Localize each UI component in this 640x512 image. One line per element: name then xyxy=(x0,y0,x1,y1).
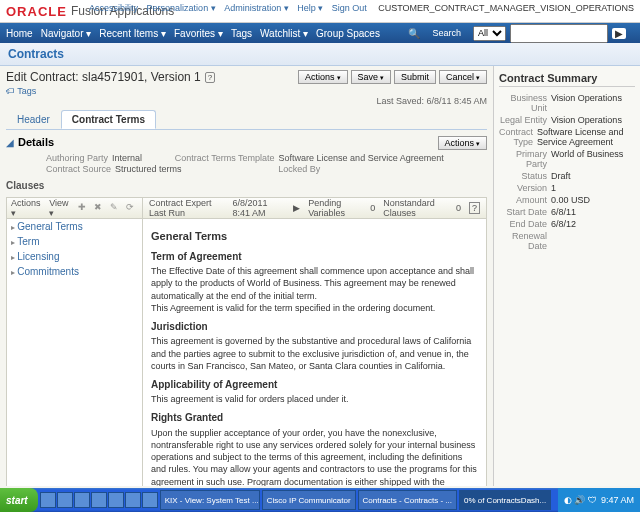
details-heading: Details xyxy=(18,136,54,148)
doc-p1: The Effective Date of this agreement sha… xyxy=(151,265,478,301)
details-actions[interactable]: Actions xyxy=(438,136,487,150)
user-role: CUSTOMER_CONTRACT_MANAGER_VISION_OPERATI… xyxy=(378,3,634,13)
ql-5[interactable] xyxy=(108,492,124,508)
tree-term[interactable]: Term xyxy=(7,234,142,249)
tree-commitments[interactable]: Commitments xyxy=(7,264,142,279)
summary-title: Contract Summary xyxy=(499,72,635,87)
source-lbl: Contract Source xyxy=(46,164,111,174)
doc-h2: Term of Agreement xyxy=(151,250,478,264)
doc-p4: Upon the supplier acceptance of your ord… xyxy=(151,427,478,486)
ql-7[interactable] xyxy=(142,492,158,508)
search-scope[interactable]: All xyxy=(473,26,506,41)
nav-home[interactable]: Home xyxy=(6,28,33,39)
tb-cisco[interactable]: Cisco IP Communicator xyxy=(262,490,356,510)
summary-lbl: Primary Party xyxy=(499,149,547,169)
tab-header[interactable]: Header xyxy=(6,110,61,129)
source-val: Structured terms xyxy=(115,164,182,174)
summary-lbl: Amount xyxy=(499,195,547,205)
ql-2[interactable] xyxy=(57,492,73,508)
template-lbl: Contract Terms Template xyxy=(175,153,275,163)
details-twisty[interactable]: ◢ xyxy=(6,137,14,148)
refresh-icon[interactable]: ⟳ xyxy=(126,202,138,215)
template-val: Software License and Service Agreement xyxy=(279,153,444,163)
tb-contracts[interactable]: Contracts - Contracts - ... xyxy=(358,490,457,510)
tags-link[interactable]: Tags xyxy=(17,86,36,96)
doc-p2: This agreement is governed by the substa… xyxy=(151,335,478,371)
clock: 9:47 AM xyxy=(601,495,634,505)
summary-lbl: Renewal Date xyxy=(499,231,547,251)
link-signout[interactable]: Sign Out xyxy=(332,3,367,13)
tree-licensing[interactable]: Licensing xyxy=(7,249,142,264)
nav-watchlist[interactable]: Watchlist ▾ xyxy=(260,28,308,39)
summary-val: World of Business xyxy=(551,149,623,169)
ql-3[interactable] xyxy=(74,492,90,508)
link-personalization[interactable]: Personalization ▾ xyxy=(147,3,216,13)
summary-lbl: Legal Entity xyxy=(499,115,547,125)
actions-button[interactable]: Actions xyxy=(298,70,347,84)
expert-lbl: Contract Expert Last Run xyxy=(149,198,225,218)
add-icon[interactable]: ✚ xyxy=(78,202,90,215)
nonstd-lbl: Nonstandard Clauses xyxy=(383,198,448,218)
page-title: Edit Contract: sla4571901, Version 1 xyxy=(6,70,201,84)
start-button[interactable]: start xyxy=(0,488,38,512)
doc-h5: Rights Granted xyxy=(151,411,478,425)
summary-val: 1 xyxy=(551,183,556,193)
summary-val: 6/8/12 xyxy=(551,219,576,229)
link-administration[interactable]: Administration ▾ xyxy=(224,3,289,13)
link-accessibility[interactable]: Accessibility xyxy=(89,3,138,13)
summary-lbl: Contract Type xyxy=(499,127,533,147)
summary-val: Draft xyxy=(551,171,571,181)
tab-contract-terms[interactable]: Contract Terms xyxy=(61,110,156,129)
tree-actions[interactable]: Actions ▾ xyxy=(11,198,45,218)
authoring-lbl: Authoring Party xyxy=(46,153,108,163)
cancel-button[interactable]: Cancel xyxy=(439,70,487,84)
doc-h1: General Terms xyxy=(151,229,478,244)
doc-h3: Jurisdiction xyxy=(151,320,478,334)
tray-icons[interactable]: ◐ 🔊 🛡 xyxy=(564,495,597,505)
doc-help-icon[interactable]: ? xyxy=(469,202,480,214)
summary-lbl: Status xyxy=(499,171,547,181)
summary-lbl: Start Date xyxy=(499,207,547,217)
tree-view[interactable]: View ▾ xyxy=(49,198,74,218)
pending-n: 0 xyxy=(370,203,375,213)
edit-icon[interactable]: ✎ xyxy=(110,202,122,215)
tb-kix[interactable]: KIX - View: System Test ... xyxy=(160,490,260,510)
breadcrumb: Contracts xyxy=(0,43,640,66)
summary-lbl: Business Unit xyxy=(499,93,547,113)
help-icon[interactable]: ? xyxy=(205,72,215,83)
search-icon: 🔍 xyxy=(408,28,420,39)
summary-val: Software License and Service Agreement xyxy=(537,127,635,147)
ql-1[interactable] xyxy=(40,492,56,508)
doc-h4: Applicability of Agreement xyxy=(151,378,478,392)
doc-p3: This agreement is valid for orders place… xyxy=(151,393,478,405)
clauses-heading: Clauses xyxy=(6,180,487,191)
save-button[interactable]: Save xyxy=(351,70,391,84)
nav-favorites[interactable]: Favorites ▾ xyxy=(174,28,223,39)
nonstd-n: 0 xyxy=(456,203,461,213)
tb-download[interactable]: 0% of ContractsDash... xyxy=(459,490,551,510)
summary-val: Vision Operations xyxy=(551,93,622,113)
pending-lbl: Pending Variables xyxy=(308,198,362,218)
summary-lbl: Version xyxy=(499,183,547,193)
summary-lbl: End Date xyxy=(499,219,547,229)
link-help[interactable]: Help ▾ xyxy=(297,3,323,13)
search-input[interactable] xyxy=(510,24,608,43)
nav-groups[interactable]: Group Spaces xyxy=(316,28,380,39)
summary-val: 6/8/11 xyxy=(551,207,576,217)
submit-button[interactable]: Submit xyxy=(394,70,436,84)
expert-date: 6/8/2011 8:41 AM xyxy=(233,198,286,218)
nav-recent[interactable]: Recent Items ▾ xyxy=(99,28,166,39)
doc-p1b: This Agreement is valid for the term spe… xyxy=(151,302,478,314)
nav-tags[interactable]: Tags xyxy=(231,28,252,39)
expert-run-icon[interactable]: ▶ xyxy=(293,203,300,213)
tree-general[interactable]: General Terms xyxy=(7,219,142,234)
search-go[interactable]: ▶ xyxy=(612,28,626,39)
delete-icon[interactable]: ✖ xyxy=(94,202,106,215)
ql-4[interactable] xyxy=(91,492,107,508)
nav-navigator[interactable]: Navigator ▾ xyxy=(41,28,92,39)
last-saved: Last Saved: 6/8/11 8:45 AM xyxy=(6,96,487,106)
oracle-logo: ORACLE xyxy=(6,4,67,19)
summary-val: 0.00 USD xyxy=(551,195,590,205)
ql-6[interactable] xyxy=(125,492,141,508)
authoring-val: Internal xyxy=(112,153,142,163)
